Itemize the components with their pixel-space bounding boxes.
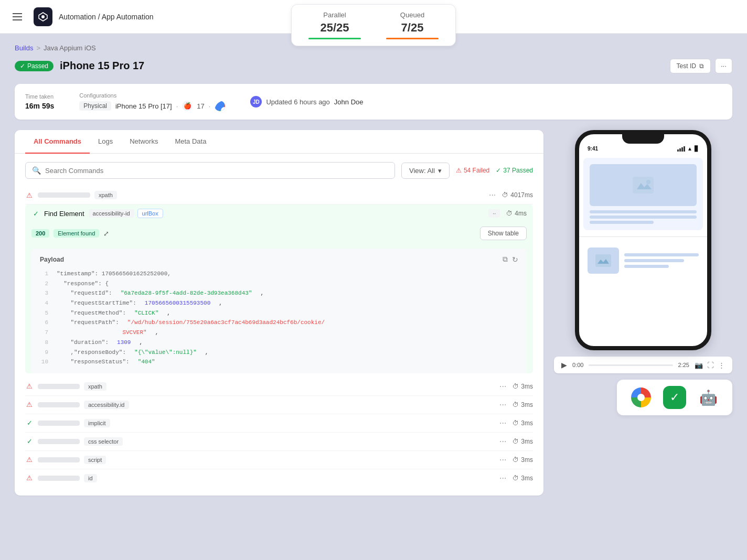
video-progress-bar[interactable] [589, 364, 673, 366]
failed-count: 54 Failed [464, 167, 489, 174]
cmd-more-3[interactable]: ··· [499, 400, 506, 410]
top-bar: Automation / App Automation Parallel 25/… [0, 0, 747, 34]
status-200-badge: 200 [31, 229, 49, 238]
clock-icon-8: ⏱ [513, 475, 519, 482]
find-element-row[interactable]: ✓ Find Element accessibility-id urlBox ·… [25, 204, 533, 222]
success-icon-3: ✓ [25, 437, 34, 446]
user-avatar: JD [250, 96, 262, 107]
queued-item: Queued 7/25 [386, 11, 439, 39]
command-name-bar [38, 192, 90, 198]
cmd-more-2[interactable]: ··· [499, 382, 506, 391]
command-row-3: ⚠ accessibility.id ··· ⏱ 3ms [25, 396, 533, 414]
copy-payload-button[interactable]: ⧉ [503, 255, 508, 264]
phone-card-2 [583, 243, 703, 278]
fullscreen-icon[interactable]: ⛶ [707, 361, 714, 369]
cmd-more-7[interactable]: ··· [499, 473, 506, 483]
cmd-tag-accessibility: accessibility.id [84, 401, 129, 409]
browser-icon [215, 101, 225, 111]
time-taken-field: Time taken 16m 59s [25, 93, 54, 110]
command-row-2: ⚠ xpath ··· ⏱ 3ms [25, 378, 533, 396]
cmd-time-5: ⏱ 3ms [513, 438, 533, 445]
cmd-tag-implicit: implicit [84, 419, 110, 427]
time-taken-value: 16m 59s [25, 102, 54, 110]
video-controls: 📷 ⛶ ⋮ [695, 361, 725, 369]
check-icon: ✓ [496, 167, 501, 174]
search-icon: 🔍 [32, 166, 41, 175]
failed-stat: ⚠ 54 Failed [456, 167, 489, 174]
command-row-6: ⚠ script ··· ⏱ 3ms [25, 451, 533, 469]
payload-header: Payload ⧉ ↻ [40, 255, 518, 264]
camera-icon[interactable]: 📷 [695, 361, 703, 369]
search-box[interactable]: 🔍 [25, 162, 395, 179]
logo-icon [34, 7, 52, 26]
parallel-bar-orange [386, 38, 439, 39]
refresh-payload-button[interactable]: ↻ [512, 255, 518, 264]
green-check-tray-icon[interactable]: ✓ [663, 386, 686, 409]
search-row: 🔍 View: All ▾ ⚠ 54 Failed ✓ [25, 162, 533, 179]
breadcrumb-builds-link[interactable]: Builds [15, 44, 33, 52]
clock-icon-3: ⏱ [513, 383, 519, 390]
error-icon-3: ⚠ [25, 401, 34, 409]
chrome-tray-icon[interactable] [629, 386, 653, 409]
passed-check-icon: ✓ [20, 62, 25, 70]
cmd-name-bar-6 [38, 457, 80, 462]
phone-thumb [588, 247, 619, 274]
cmd-more-4[interactable]: ··· [499, 418, 506, 428]
tab-networks[interactable]: Networks [121, 130, 166, 154]
tabs-bar: All Commands Logs Networks Meta Data [15, 130, 543, 154]
expand-icon[interactable]: ⤢ [103, 230, 109, 238]
video-more-icon[interactable]: ⋮ [718, 361, 725, 369]
lower-section: All Commands Logs Networks Meta Data 🔍 V… [15, 130, 732, 496]
error-icon-4: ⚠ [25, 456, 34, 464]
find-element-time: ⏱ 4ms [506, 210, 527, 217]
tab-meta-data[interactable]: Meta Data [166, 130, 215, 154]
phone-content [579, 154, 707, 282]
cmd-more-button[interactable]: ··· [489, 190, 496, 200]
video-time-start: 0:00 [572, 362, 583, 368]
phone-divider [579, 236, 707, 237]
phone-notch [622, 134, 664, 144]
search-input[interactable] [45, 167, 388, 175]
command-row-5: ✓ css selector ··· ⏱ 3ms [25, 433, 533, 451]
icon-tray: ✓ 🤖 [617, 380, 732, 415]
cmd-more-5[interactable]: ··· [499, 437, 506, 446]
payload-title: Payload [40, 256, 64, 263]
phone-text-lines [624, 253, 699, 268]
cmd-time-4: ⏱ 3ms [513, 419, 533, 427]
test-id-button[interactable]: Test ID ⧉ [670, 59, 711, 73]
phone-frame: 9:41 ▲ ▊ [575, 130, 711, 350]
video-bar: ▶ 0:00 2:25 📷 ⛶ ⋮ [554, 357, 732, 373]
show-table-button[interactable]: Show table [480, 227, 527, 240]
apple-icon: 🍎 [182, 101, 193, 111]
clock-icon-6: ⏱ [513, 438, 519, 445]
cmd-time: ⏱ 4017ms [502, 191, 533, 199]
user-name: John Doe [334, 98, 364, 106]
find-element-section: ✓ Find Element accessibility-id urlBox ·… [25, 204, 533, 373]
more-options-button[interactable]: ··· [715, 58, 732, 73]
signal-icon [677, 146, 685, 152]
updated-field: JD Updated 6 hours ago John Doe [250, 96, 363, 107]
android-tray-icon[interactable]: 🤖 [697, 386, 720, 409]
cmd-tag-id: id [84, 474, 97, 482]
copy-icon: ⧉ [699, 62, 704, 70]
tab-logs[interactable]: Logs [90, 130, 121, 154]
app-title: Automation / App Automation [59, 13, 154, 21]
queued-value: 7/25 [401, 21, 424, 35]
updated-text: Updated 6 hours ago [266, 98, 329, 106]
phone-image-1 [590, 164, 697, 206]
cmd-name-bar-5 [38, 439, 80, 444]
phone-panel: 9:41 ▲ ▊ [554, 130, 732, 496]
tab-all-commands[interactable]: All Commands [25, 130, 90, 154]
cmd-more-6[interactable]: ··· [499, 455, 506, 465]
cmd-time-7: ⏱ 3ms [513, 475, 533, 482]
hamburger-button[interactable] [10, 8, 27, 25]
wifi-icon: ▲ [687, 146, 692, 152]
view-all-button[interactable]: View: All ▾ [401, 163, 450, 179]
breadcrumb-current: Java Appium iOS [44, 44, 96, 52]
phone-line-3 [590, 221, 654, 224]
clock-icon-7: ⏱ [513, 456, 519, 464]
phone-card-1 [583, 158, 703, 230]
dot-separator-2: · [209, 102, 211, 110]
play-button[interactable]: ▶ [561, 361, 567, 369]
cmd-tag-script: script [84, 456, 106, 464]
